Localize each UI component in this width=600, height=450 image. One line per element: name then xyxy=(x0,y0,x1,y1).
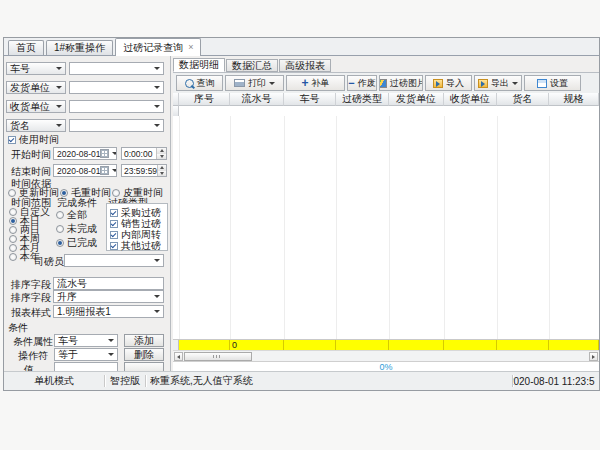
radio-finished[interactable]: 已完成 xyxy=(56,238,97,248)
scrollbar-thumb[interactable] xyxy=(184,352,252,361)
grid-body[interactable] xyxy=(173,116,599,339)
sort-field-input[interactable]: 流水号 xyxy=(53,277,164,290)
column-header-serial[interactable]: 流水号 xyxy=(230,93,284,106)
shipper-value-combo[interactable] xyxy=(69,81,164,94)
import-button[interactable]: 导入 xyxy=(425,75,472,91)
sort-field-label: 排序字段 xyxy=(11,279,51,290)
tab-home[interactable]: 首页 xyxy=(8,40,44,55)
close-icon[interactable]: × xyxy=(188,43,193,52)
export-button[interactable]: 导出 xyxy=(474,75,522,91)
combo-value: 1.明细报表1 xyxy=(57,305,111,318)
button-label: 设置 xyxy=(550,77,568,90)
column-header-seq[interactable]: 序号 xyxy=(179,93,230,106)
receiver-value-combo[interactable] xyxy=(69,100,164,113)
supplement-order-button[interactable]: 补单 xyxy=(286,75,345,91)
radio-icon xyxy=(8,189,16,197)
combo-label: 发货单位 xyxy=(10,81,50,94)
print-button[interactable]: 打印 xyxy=(225,75,284,91)
checkbox-icon xyxy=(110,231,118,239)
column-header-spec[interactable]: 规格 xyxy=(549,93,599,106)
checkbox-label: 采购过磅 xyxy=(121,208,161,218)
field-selector-shipper[interactable]: 发货单位 xyxy=(6,81,66,94)
check-internal-transfer[interactable]: 内部周转 xyxy=(110,230,161,240)
field-selector-goods[interactable]: 货名 xyxy=(6,119,66,132)
column-header-goods[interactable]: 货名 xyxy=(497,93,549,106)
goods-value-combo[interactable] xyxy=(69,119,164,132)
button-label: 打印 xyxy=(248,77,266,90)
check-other-weigh[interactable]: 其他过磅 xyxy=(110,241,161,251)
combo-value: 车号 xyxy=(58,334,78,347)
picture-icon xyxy=(379,79,387,88)
query-button[interactable]: 查询 xyxy=(176,75,223,91)
operator-label: 操作符 xyxy=(18,350,48,361)
horizontal-scrollbar[interactable] xyxy=(173,350,599,361)
column-header-shipper[interactable]: 发货单位 xyxy=(389,93,444,106)
column-header-receiver[interactable]: 收货单位 xyxy=(444,93,497,106)
status-system-name: 称重系统,无人值守系统 xyxy=(150,372,510,390)
report-style-combo[interactable]: 1.明细报表1 xyxy=(53,305,164,318)
report-style-label: 报表样式 xyxy=(11,307,51,318)
end-date-picker[interactable]: 2020-08-01 xyxy=(53,164,117,177)
button-label: 补单 xyxy=(312,77,330,90)
search-icon xyxy=(185,79,194,88)
scroll-left-icon[interactable] xyxy=(174,352,183,361)
spinner-down-icon[interactable] xyxy=(157,154,166,160)
delete-condition-button[interactable]: 删除 xyxy=(124,348,164,361)
radio-icon xyxy=(9,217,17,225)
end-time-spinner[interactable]: 23:59:59 xyxy=(121,164,167,177)
chevron-down-icon xyxy=(112,169,117,172)
check-sale-weigh[interactable]: 销售过磅 xyxy=(110,219,161,229)
summary-cell xyxy=(444,340,497,350)
weigher-label: 司磅员 xyxy=(34,256,64,267)
weigh-type-groupbox: 采购过磅 销售过磅 内部周转 其他过磅 xyxy=(106,203,168,251)
summary-cell xyxy=(549,340,599,350)
tab-weighing-record-query[interactable]: 过磅记录查询 × xyxy=(115,38,201,56)
tab-data-summary[interactable]: 数据汇总 xyxy=(226,59,278,72)
button-label: 过磅图片 xyxy=(390,77,423,90)
chevron-down-icon xyxy=(154,86,160,89)
radio-icon xyxy=(56,239,64,247)
combo-label: 收货单位 xyxy=(10,100,50,113)
checkbox-label: 内部周转 xyxy=(121,230,161,240)
operator-combo[interactable]: 等于 xyxy=(54,348,118,361)
condition-attr-combo[interactable]: 车号 xyxy=(54,334,118,347)
sort-order-combo[interactable]: 升序 xyxy=(53,290,164,303)
settings-button[interactable]: 设置 xyxy=(524,75,581,91)
condition-attr-label: 条件属性 xyxy=(13,336,53,347)
tab-advanced-report[interactable]: 高级报表 xyxy=(279,59,331,72)
use-time-checkbox[interactable]: 使用时间 xyxy=(8,135,59,145)
radio-all[interactable]: 全部 xyxy=(56,210,87,220)
spinner-down-icon[interactable] xyxy=(158,171,166,177)
start-time-spinner[interactable]: 0:00:00 xyxy=(121,147,167,160)
filter-panel: 车号 发货单位 收货单位 货名 使用时间 开始时间 2020-08-01 0:0… xyxy=(4,56,171,372)
tab-data-detail[interactable]: 数据明细 xyxy=(173,58,225,72)
app-window: 首页 1#称重操作 过磅记录查询 × 车号 发货单位 收货单位 货名 使用时间 … xyxy=(3,37,600,391)
tab-weighing-operation[interactable]: 1#称重操作 xyxy=(46,40,113,55)
field-selector-vehicle[interactable]: 车号 xyxy=(6,62,66,75)
radio-icon xyxy=(9,244,17,252)
radio-icon xyxy=(9,226,17,234)
import-icon xyxy=(433,79,443,88)
weigher-combo[interactable] xyxy=(64,254,164,267)
check-purchase-weigh[interactable]: 采购过磅 xyxy=(110,208,161,218)
weigh-photo-button[interactable]: 过磅图片 xyxy=(379,75,423,91)
column-header-vehicle[interactable]: 车号 xyxy=(284,93,336,106)
column-header-weigh-type[interactable]: 过磅类型 xyxy=(336,93,389,106)
summary-cell xyxy=(497,340,549,350)
start-date-picker[interactable]: 2020-08-01 xyxy=(53,147,117,160)
field-selector-receiver[interactable]: 收货单位 xyxy=(6,100,66,113)
summary-cell xyxy=(284,340,336,350)
chevron-down-icon xyxy=(269,82,275,85)
void-button[interactable]: 作废 xyxy=(347,75,377,91)
export-icon xyxy=(478,79,488,88)
add-condition-button[interactable]: 添加 xyxy=(124,334,164,347)
scroll-right-icon[interactable] xyxy=(589,352,598,361)
button-label: 导出 xyxy=(491,77,509,90)
vehicle-value-combo[interactable] xyxy=(69,62,164,75)
chevron-down-icon xyxy=(154,124,160,127)
chevron-down-icon xyxy=(56,105,62,108)
radio-icon xyxy=(9,235,17,243)
radio-unfinished[interactable]: 未完成 xyxy=(56,224,97,234)
chevron-down-icon xyxy=(56,67,62,70)
start-time-label: 开始时间 xyxy=(11,149,51,160)
